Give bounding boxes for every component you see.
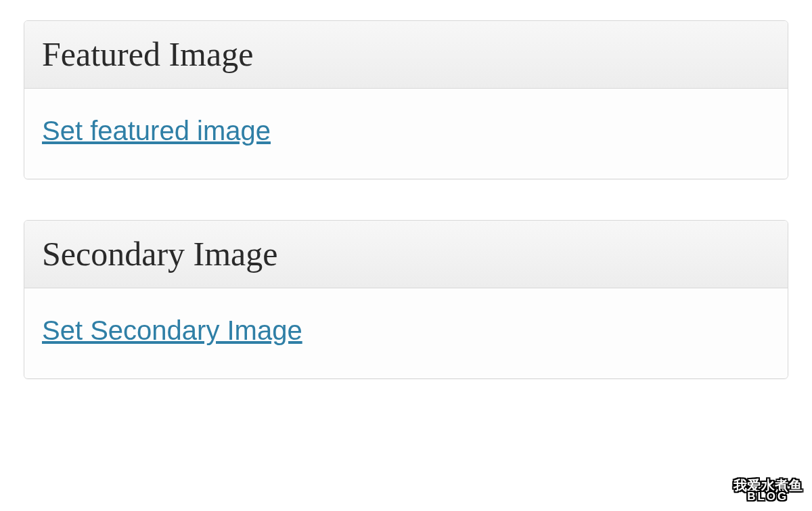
set-featured-image-link[interactable]: Set featured image xyxy=(42,116,271,146)
watermark-logo: 我爱水煮鱼 BLOG xyxy=(734,479,803,502)
set-secondary-image-link[interactable]: Set Secondary Image xyxy=(42,315,302,346)
metabox-header: Secondary Image xyxy=(24,221,788,288)
metabox-header: Featured Image xyxy=(24,21,788,89)
metabox-body: Set Secondary Image xyxy=(24,288,788,378)
featured-image-title: Featured Image xyxy=(42,36,770,73)
featured-image-metabox: Featured Image Set featured image xyxy=(24,20,788,179)
secondary-image-metabox: Secondary Image Set Secondary Image xyxy=(24,220,788,379)
secondary-image-title: Secondary Image xyxy=(42,236,770,273)
metabox-body: Set featured image xyxy=(24,89,788,179)
